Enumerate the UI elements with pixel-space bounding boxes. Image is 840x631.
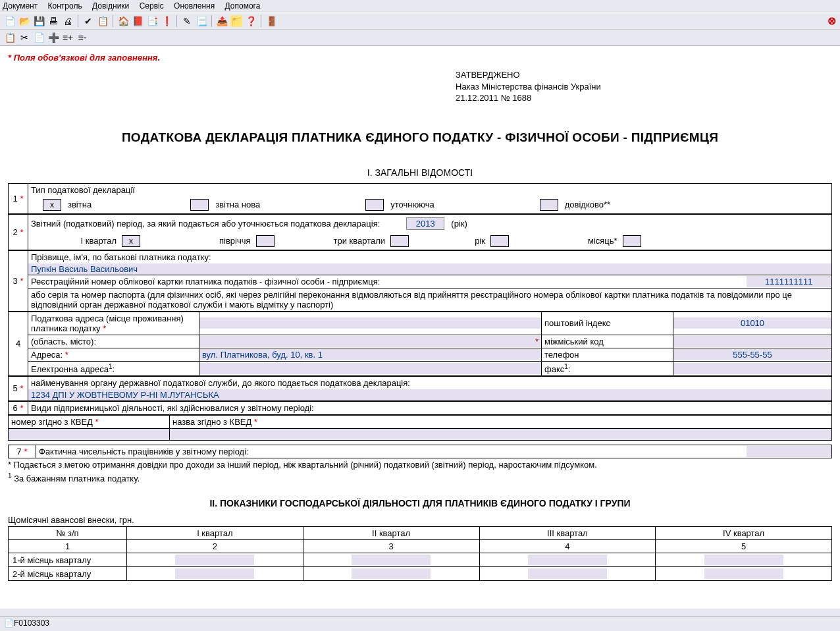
m1q3-input[interactable] — [528, 555, 607, 565]
folder-icon[interactable]: 📁 — [230, 15, 242, 27]
street-input[interactable] — [199, 349, 541, 360]
col-q4: IV квартал — [656, 527, 832, 540]
advances-table: № з/п І квартал ІІ квартал ІІІ квартал I… — [8, 526, 832, 581]
new-icon[interactable]: 📄 — [4, 15, 16, 27]
zip-input[interactable] — [673, 317, 831, 329]
authority-input[interactable] — [28, 389, 831, 400]
m2q3-input[interactable] — [528, 568, 607, 579]
save-icon[interactable]: 💾 — [33, 15, 45, 27]
print-icon[interactable]: 🖨 — [62, 15, 74, 27]
menu-dict[interactable]: Довідники — [92, 1, 129, 11]
row1-table: 1 * Тип податкової декларації x звітна з… — [8, 183, 832, 214]
checkbox-dovid[interactable] — [540, 199, 558, 211]
row5-table: 5 * найменування органу державної податк… — [8, 376, 832, 401]
rowdel-icon[interactable]: ≡- — [76, 32, 88, 43]
addr-label: Податкова адреса (місце проживання) плат… — [31, 314, 184, 333]
row6-num: 6 * — [9, 401, 28, 414]
email-label: Електронна адреса — [31, 364, 109, 374]
fax-input[interactable] — [673, 363, 831, 374]
menu-service[interactable]: Сервіс — [140, 1, 164, 11]
colnum-1: 1 — [9, 540, 127, 553]
edit-icon[interactable]: ✎ — [181, 15, 193, 27]
exit-icon[interactable]: 🚪 — [265, 15, 277, 27]
menubar: Документ Контроль Довідники Сервіс Оновл… — [0, 0, 840, 13]
m1q2-input[interactable] — [352, 555, 431, 565]
yr-label: рік — [475, 236, 485, 246]
year-input[interactable]: 2013 — [406, 217, 444, 230]
reg-label: Реєстраційний номер облікової картки пла… — [28, 275, 747, 288]
fax-label: факс — [544, 364, 564, 374]
region-label: (область, місто): — [28, 335, 199, 348]
checkbox-half[interactable] — [256, 235, 275, 247]
email-input[interactable] — [199, 363, 541, 374]
checkbox-yr[interactable] — [490, 235, 509, 247]
name-input[interactable] — [28, 263, 831, 275]
menu-help[interactable]: Допомога — [225, 1, 261, 11]
half-label: півріччя — [219, 236, 251, 246]
advances-label: Щомісячні авансові внески, грн. — [8, 514, 832, 526]
section2-title: ІІ. ПОКАЗНИКИ ГОСПОДАРСЬКОЇ ДІЯЛЬНОСТІ Д… — [8, 485, 832, 514]
row-month2: 2-й місяць кварталу — [9, 567, 127, 581]
phone-input[interactable] — [673, 349, 831, 360]
street-label: Адреса: — [31, 350, 63, 360]
book-icon[interactable]: 📕 — [132, 15, 144, 27]
approval-block: ЗАТВЕРДЖЕНО Наказ Міністерства фінансів … — [456, 65, 832, 115]
saveall-icon[interactable]: 🖶 — [47, 15, 59, 27]
m1q4-input[interactable] — [704, 555, 783, 565]
reg-input[interactable] — [747, 276, 832, 287]
checkbox-q3[interactable] — [390, 235, 409, 247]
opt-utoch: уточнююча — [390, 200, 434, 209]
alert-icon[interactable]: ❗ — [161, 15, 172, 27]
zip-label: поштовий індекс — [542, 312, 673, 335]
menu-update[interactable]: Оновлення — [174, 1, 215, 11]
rowadd-icon[interactable]: ≡+ — [62, 32, 74, 43]
colnum-2: 2 — [127, 540, 303, 553]
opt-zvitna: звітна — [68, 200, 92, 209]
region-input[interactable] — [199, 336, 541, 347]
doc-icon[interactable]: 📋 — [97, 15, 109, 27]
copy2-icon[interactable]: 📋 — [4, 32, 16, 43]
export-icon[interactable]: 📤 — [216, 15, 228, 27]
checkbox-zvitna-nova[interactable] — [190, 199, 209, 211]
menu-control[interactable]: Контроль — [48, 1, 82, 11]
content-area: * Поля обов'язкові для заповнення. ЗАТВЕ… — [0, 46, 840, 609]
citycode-label: міжміський код — [542, 335, 673, 348]
menu-document[interactable]: Документ — [3, 1, 38, 11]
section1-title: І. ЗАГАЛЬНІ ВІДОМОСТІ — [8, 165, 832, 183]
page-icon[interactable]: 📃 — [196, 15, 207, 27]
copy-icon[interactable]: 📑 — [146, 15, 158, 27]
row5-label: найменування органу державної податкової… — [28, 376, 832, 389]
open-icon[interactable]: 📂 — [18, 15, 30, 27]
colnum-5: 5 — [656, 540, 832, 553]
opt-zvitna-nova: звітна нова — [215, 200, 260, 209]
paste-icon[interactable]: 📄 — [33, 32, 45, 43]
m2q2-input[interactable] — [352, 568, 431, 579]
row-month1: 1-й місяць кварталу — [9, 553, 127, 567]
kved-num-label: номер згідно з КВЕД — [11, 417, 93, 427]
insert-icon[interactable]: ➕ — [47, 32, 59, 43]
m1q1-input[interactable] — [175, 555, 254, 565]
cut-icon[interactable]: ✂ — [18, 32, 30, 43]
checkbox-utoch[interactable] — [365, 199, 384, 211]
col-q3: ІІІ квартал — [479, 527, 656, 540]
home-icon[interactable]: 🏠 — [117, 15, 129, 27]
m2q1-input[interactable] — [175, 568, 254, 579]
colnum-3: 3 — [303, 540, 479, 553]
passport-note: або серія та номер паспорта (для фізични… — [28, 288, 832, 311]
addr-input[interactable] — [199, 317, 541, 329]
row4-num: 4 — [9, 312, 28, 375]
close-icon[interactable]: ⊗ — [827, 14, 836, 27]
phone-label: телефон — [542, 348, 673, 361]
checkbox-q1[interactable]: x — [122, 235, 140, 247]
checkbox-zvitna[interactable]: x — [43, 199, 61, 211]
kved-name-input[interactable] — [170, 429, 831, 440]
checkbox-month[interactable] — [623, 235, 641, 247]
help-icon[interactable]: ❓ — [245, 15, 257, 27]
toolbar-secondary: 📋 ✂ 📄 ➕ ≡+ ≡- — [0, 30, 840, 46]
m2q4-input[interactable] — [704, 568, 783, 579]
row5-num: 5 * — [9, 376, 28, 400]
citycode-input[interactable] — [673, 336, 831, 347]
workers-input[interactable] — [747, 446, 832, 457]
kved-num-input[interactable] — [9, 429, 169, 440]
check-icon[interactable]: ✔ — [82, 15, 94, 27]
